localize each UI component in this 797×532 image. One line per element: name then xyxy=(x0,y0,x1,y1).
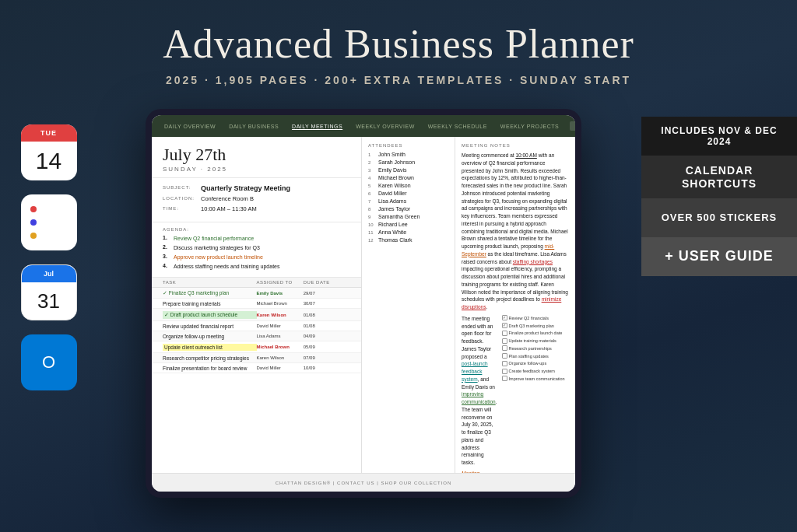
nav-tab-daily-overview[interactable]: DAILY OVERVIEW xyxy=(160,122,220,131)
list-item: Improve team communication xyxy=(502,376,571,382)
table-row: Research competitor pricing strategies K… xyxy=(152,353,361,363)
header: Advanced Business Planner 2025 · 1,905 P… xyxy=(0,0,797,86)
subject-value: Quarterly Strategy Meeting xyxy=(201,184,350,192)
nav-tab-daily-meetings[interactable]: DAILY MEETINGS xyxy=(287,122,347,131)
reminder-dot-red xyxy=(30,206,37,212)
list-item: 6 David Miller xyxy=(368,191,448,196)
right-badges: INCLUDES NOV & DEC 2024 CALENDAR SHORTCU… xyxy=(641,101,797,532)
tablet-screen: DAILY OVERVIEW DAILY BUSINESS DAILY MEET… xyxy=(152,115,575,492)
list-item: 10 Richard Lee xyxy=(368,222,448,227)
attendees-label: ATTENDEES xyxy=(368,143,448,148)
table-row: Organize follow-up meeting Lisa Adams 04… xyxy=(152,331,361,341)
table-row: Review updated financial report David Mi… xyxy=(152,321,361,331)
meeting-info: SUBJECT: Quarterly Strategy Meeting LOCA… xyxy=(152,178,361,222)
list-item: 1 John Smith xyxy=(368,152,448,157)
nav-tab-weekly-overview[interactable]: WEEKLY OVERVIEW xyxy=(351,122,420,131)
tasks-section: TASK ASSIGNED TO DUE DATE ✓ Finalize Q3 … xyxy=(152,278,361,473)
table-row: ✓ Draft product launch schedule Karen Wi… xyxy=(152,309,361,321)
calendar-date: 14 xyxy=(36,149,61,173)
table-row: Prepare training materials Michael Brown… xyxy=(152,299,361,309)
list-item: 2 Sarah Johnson xyxy=(368,159,448,165)
tablet-area: DAILY OVERVIEW DAILY BUSINESS DAILY MEET… xyxy=(86,101,641,532)
list-item: Finalize product launch date xyxy=(502,330,571,336)
list-item: Organize follow-ups xyxy=(502,360,571,366)
footer-text: CHATTAN DESIGN® | CONTACT US | SHOP OUR … xyxy=(276,481,452,485)
nav-tab-weekly-schedule[interactable]: WEEKLY SCHEDULE xyxy=(423,122,492,131)
agenda-item-1: 1. Review Q2 financial performance xyxy=(163,235,350,242)
nav-bar: DAILY OVERVIEW DAILY BUSINESS DAILY MEET… xyxy=(152,115,575,137)
agenda-item-3: 3. Approve new product launch timeline xyxy=(163,254,350,261)
reminders-app-icon[interactable] xyxy=(21,194,77,250)
tablet: DAILY OVERVIEW DAILY BUSINESS DAILY MEET… xyxy=(146,109,581,498)
reminder-dot-blue xyxy=(30,219,37,226)
subject-row: SUBJECT: Quarterly Strategy Meeting xyxy=(163,184,350,192)
tablet-notes-panel: MEETING NOTES Meeting commenced at 10:00… xyxy=(455,137,575,473)
task-col-assigned: ASSIGNED TO xyxy=(257,280,304,285)
tablet-main: July 27th SUNDAY · 2025 SUBJECT: Quarter… xyxy=(152,137,575,473)
list-item: 7 Lisa Adams xyxy=(368,198,448,204)
agenda-item-4: 4. Address staffing needs and training u… xyxy=(163,263,350,270)
list-item: ✓Review Q2 financials xyxy=(502,315,571,321)
list-item: Update training materials xyxy=(502,338,571,344)
agenda-item-2: 2. Discuss marketing strategies for Q3 xyxy=(163,244,350,251)
date-header: July 27th SUNDAY · 2025 xyxy=(152,137,361,178)
task-col-task: TASK xyxy=(163,280,257,285)
list-item: 5 Karen Wilson xyxy=(368,183,448,188)
google-calendar-app-icon[interactable]: Jul 31 xyxy=(21,264,77,320)
gcal-month: Jul xyxy=(44,270,54,278)
meeting-date: July 27th xyxy=(163,145,350,165)
badge-nov-dec[interactable]: INCLUDES NOV & DEC 2024 xyxy=(641,117,797,156)
time-value: 10:00 AM – 11:30 AM xyxy=(201,205,350,212)
nav-tab-daily-business[interactable]: DAILY BUSINESS xyxy=(224,122,283,131)
checklist-area: ✓Review Q2 financials✓Draft Q3 marketing… xyxy=(502,315,571,473)
location-label: LOCATION: xyxy=(163,196,198,201)
agenda-section: AGENDA: 1. Review Q2 financial performan… xyxy=(152,222,361,278)
tablet-bottom-bar: CHATTAN DESIGN® | CONTACT US | SHOP OUR … xyxy=(152,473,575,492)
tasks-header: TASK ASSIGNED TO DUE DATE xyxy=(152,278,361,288)
time-label: TIME: xyxy=(163,206,198,211)
attendees-list: 1 John Smith 2 Sarah Johnson 3 Emily Dav… xyxy=(368,152,448,243)
list-item: Create feedback system xyxy=(502,368,571,374)
badge-calendar-shortcuts[interactable]: CALENDAR SHORTCUTS xyxy=(641,156,797,198)
task-rows-container: ✓ Finalize Q3 marketing plan Emily Davis… xyxy=(152,288,361,373)
calendar-app-icon[interactable]: TUE 14 xyxy=(21,124,77,180)
tablet-attendees-panel: ATTENDEES 1 John Smith 2 Sarah Johnson 3… xyxy=(362,137,455,473)
table-row: Update client outreach list Michael Brow… xyxy=(152,341,361,353)
reminder-dot-yellow xyxy=(30,233,37,239)
notes-content: Meeting commenced at 10:00 AM with an ov… xyxy=(462,152,569,473)
gcal-date: 31 xyxy=(37,289,60,313)
agenda-label: AGENDA: xyxy=(163,227,350,232)
nav-tab-weekly-projects[interactable]: WEEKLY PROJECTS xyxy=(496,122,564,131)
list-item: 12 Thomas Clark xyxy=(368,237,448,243)
list-item: ✓Draft Q3 marketing plan xyxy=(502,323,571,329)
badge-user-guide[interactable]: + USER GUIDE xyxy=(641,237,797,276)
list-item: Research partnerships xyxy=(502,345,571,352)
subtitle: 2025 · 1,905 PAGES · 200+ EXTRA TEMPLATE… xyxy=(0,74,797,86)
nav-icons xyxy=(570,121,575,131)
list-item: 4 Michael Brown xyxy=(368,175,448,180)
subject-label: SUBJECT: xyxy=(163,185,198,190)
location-value: Conference Room B xyxy=(201,195,350,202)
meeting-date-sub: SUNDAY · 2025 xyxy=(163,166,350,173)
nav-icon-1[interactable] xyxy=(570,121,575,131)
list-item: 8 James Taylor xyxy=(368,206,448,212)
time-row: TIME: 10:00 AM – 11:30 AM xyxy=(163,205,350,212)
content-area: TUE 14 Jul 31 O xyxy=(0,101,797,532)
list-item: 11 Anna White xyxy=(368,229,448,235)
list-item: 9 Samantha Green xyxy=(368,214,448,219)
main-title: Advanced Business Planner xyxy=(0,22,797,66)
list-item: 3 Emily Davis xyxy=(368,167,448,173)
calendar-day: TUE xyxy=(21,124,77,142)
left-icons: TUE 14 Jul 31 O xyxy=(0,101,86,532)
badge-stickers[interactable]: OVER 500 STICKERS xyxy=(641,198,797,237)
outlook-app-icon[interactable]: O xyxy=(21,334,77,390)
location-row: LOCATION: Conference Room B xyxy=(163,195,350,202)
outlook-letter: O xyxy=(42,352,55,373)
table-row: Finalize presentation for board review D… xyxy=(152,363,361,373)
notes-label: MEETING NOTES xyxy=(462,143,569,148)
task-col-due: DUE DATE xyxy=(304,280,350,285)
tablet-left-panel: July 27th SUNDAY · 2025 SUBJECT: Quarter… xyxy=(152,137,362,473)
nav-tabs: DAILY OVERVIEW DAILY BUSINESS DAILY MEET… xyxy=(160,122,564,131)
table-row: ✓ Finalize Q3 marketing plan Emily Davis… xyxy=(152,288,361,299)
list-item: Plan staffing updates xyxy=(502,353,571,359)
